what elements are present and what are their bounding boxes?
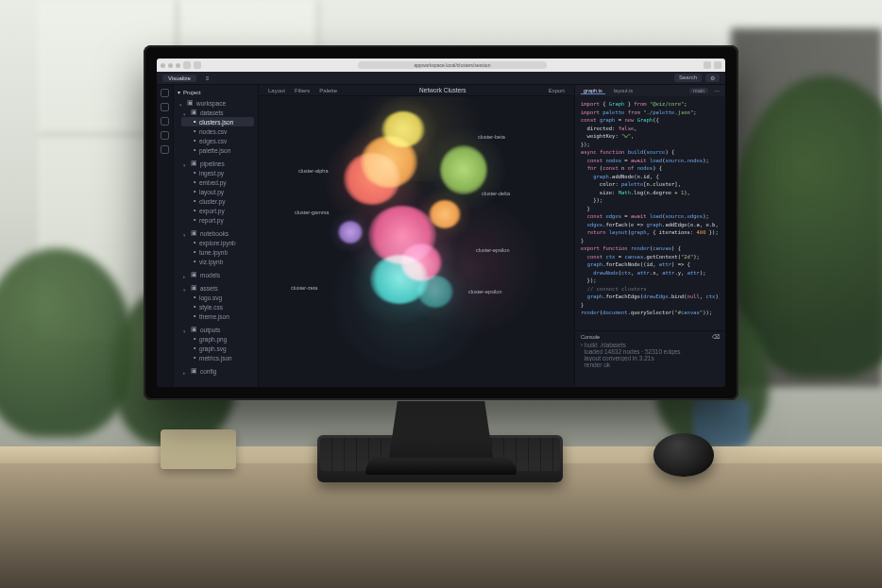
explorer-item[interactable]: ∘ edges.csv [181, 136, 254, 145]
explorer-item[interactable]: ∘ explore.ipynb [181, 238, 254, 247]
explorer-item[interactable]: ∘ viz.ipynb [181, 257, 254, 266]
canvas-title: Network Clusters [356, 87, 530, 93]
window-controls[interactable] [161, 63, 180, 68]
explorer-root[interactable]: ▣ workspace [178, 98, 254, 108]
code-editor[interactable]: import { Graph } from "@viz/core";import… [575, 96, 725, 330]
layers-icon[interactable] [161, 131, 169, 140]
console-line: loaded 14832 nodes · 52310 edges [581, 348, 720, 355]
explorer-folder[interactable]: ▣ notebooks [181, 228, 254, 238]
explorer-item[interactable]: ∘ report.py [181, 215, 254, 225]
file-icon: ∘ [193, 127, 196, 135]
chevron-down-icon[interactable]: ▾ [178, 89, 180, 95]
close-icon[interactable] [161, 63, 165, 68]
explorer-folder[interactable]: ▣ assets [181, 283, 254, 293]
monitor-neck [389, 401, 493, 458]
cluster-node[interactable] [338, 221, 363, 244]
file-icon: ∘ [193, 239, 196, 246]
maximize-icon[interactable] [176, 63, 180, 68]
console-line: render ok [581, 361, 720, 368]
explorer-root-label: workspace [196, 100, 226, 107]
clear-icon[interactable]: ⌫ [712, 334, 720, 340]
settings-icon[interactable]: ⚙ [705, 74, 720, 82]
explorer-folder[interactable]: ▣ config [181, 366, 254, 376]
back-icon[interactable] [183, 61, 191, 69]
address-bar[interactable]: appworkspace.local/clusters/session [358, 61, 547, 69]
folder-icon: ▣ [191, 326, 197, 333]
gear-icon[interactable] [161, 145, 169, 154]
explorer-item[interactable]: ∘ tune.ipynb [181, 247, 254, 257]
toolbar-palette[interactable]: Palette [319, 88, 337, 93]
explorer-item[interactable]: ∘ ingest.py [181, 168, 254, 177]
toolbar-layout[interactable]: Layout [268, 88, 285, 93]
forward-icon[interactable] [194, 61, 201, 69]
file-icon: ∘ [193, 146, 196, 154]
file-icon: ∘ [193, 207, 196, 214]
file-icon: ∘ [193, 188, 196, 195]
explorer-folder[interactable]: ▣ outputs [181, 325, 254, 334]
explorer-folder[interactable]: ▣ datasets [181, 108, 254, 117]
cluster-label: cluster-delta [482, 191, 510, 196]
canvas-toolbar: Layout Filters Palette Network Clusters … [259, 85, 574, 96]
more-icon[interactable]: ⋯ [714, 88, 720, 93]
explorer-item[interactable]: ∘ logo.svg [181, 293, 254, 302]
tab-graphts[interactable]: graph.ts [581, 88, 605, 94]
mouse [653, 433, 714, 477]
tab-layoutts[interactable]: layout.ts [611, 88, 636, 93]
screen: appworkspace.local/clusters/session Visu… [157, 59, 725, 387]
file-icon: ∘ [193, 294, 196, 301]
explorer-item[interactable]: ∘ graph.png [181, 334, 254, 344]
search-icon[interactable] [161, 103, 169, 111]
extensions-icon[interactable] [704, 61, 711, 69]
explorer-item[interactable]: ∘ style.css [181, 302, 254, 311]
browser-chrome: appworkspace.local/clusters/session [157, 59, 725, 72]
tab-visualize[interactable]: Visualize [162, 75, 196, 82]
explorer-item[interactable]: ∘ export.py [181, 206, 254, 215]
file-icon: ∘ [193, 344, 196, 352]
app-topbar: Visualize ≡ Search ⚙ [157, 72, 725, 85]
cluster-label: cluster-epsilon [468, 289, 501, 294]
console-panel: Console ⌫ › build ./datasets loaded 1483… [575, 330, 725, 387]
explorer-item[interactable]: ∘ cluster.py [181, 196, 254, 206]
explorer-item[interactable]: ∘ palette.json [181, 145, 254, 155]
explorer-item[interactable]: ∘ clusters.json [181, 117, 254, 126]
monitor-frame: appworkspace.local/clusters/session Visu… [144, 45, 738, 400]
toolbar-filters[interactable]: Filters [295, 88, 310, 93]
minimize-icon[interactable] [168, 63, 173, 68]
cluster-node[interactable] [417, 276, 453, 308]
folder-icon: ▣ [187, 99, 194, 107]
console-line: › build ./datasets [581, 342, 720, 348]
file-icon: ∘ [193, 354, 196, 361]
explorer-item[interactable]: ∘ embed.py [181, 177, 254, 187]
file-icon: ∘ [193, 248, 196, 256]
search-button[interactable]: Search [674, 74, 702, 82]
console-title[interactable]: Console [581, 334, 600, 340]
explorer-item[interactable]: ∘ nodes.csv [181, 126, 254, 136]
explorer-item[interactable]: ∘ layout.py [181, 187, 254, 196]
folder-icon: ▣ [191, 271, 197, 278]
file-icon: ∘ [193, 258, 196, 265]
explorer-panel: ▾ Project ▣ workspace ▣ datasets∘ cluste… [174, 85, 259, 387]
cluster-label: cluster-epsilon [476, 247, 509, 253]
folder-icon: ▣ [191, 284, 197, 292]
explorer-item[interactable]: ∘ graph.svg [181, 344, 254, 353]
explorer-folder[interactable]: ▣ models [181, 270, 254, 279]
menu-icon[interactable] [714, 61, 721, 69]
branch-badge[interactable]: main [689, 88, 708, 93]
toolbar-export[interactable]: Export [549, 88, 565, 93]
speaker-box [161, 429, 236, 469]
activity-rail [157, 85, 174, 387]
folder-icon: ▣ [191, 160, 197, 167]
explorer-item[interactable]: ∘ metrics.json [181, 353, 254, 362]
cluster-node[interactable] [440, 145, 487, 194]
folder-icon: ▣ [191, 367, 197, 375]
menu-icon[interactable]: ≡ [206, 76, 210, 81]
explorer-folder[interactable]: ▣ pipelines [181, 159, 254, 168]
file-icon: ∘ [193, 169, 196, 176]
graph-icon[interactable] [161, 117, 169, 126]
explorer-title: Project [183, 90, 201, 95]
file-icon: ∘ [193, 335, 196, 343]
explorer-item[interactable]: ∘ theme.json [181, 311, 254, 321]
file-icon: ∘ [193, 178, 196, 186]
graph-canvas[interactable]: cluster-alpha cluster-beta cluster-gamma… [259, 96, 574, 387]
files-icon[interactable] [161, 89, 169, 97]
